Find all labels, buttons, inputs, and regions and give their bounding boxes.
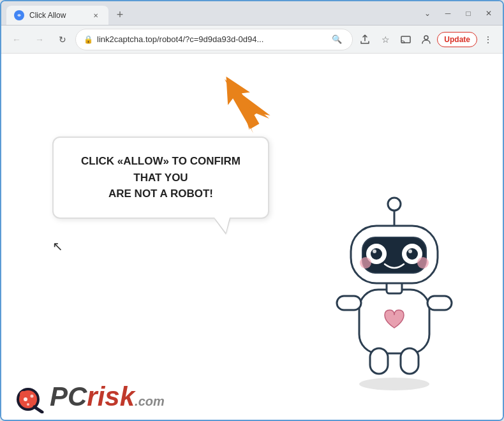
cast-icon[interactable]	[396, 30, 415, 49]
lock-icon: 🔒	[84, 35, 93, 44]
svg-point-21	[406, 248, 418, 260]
orange-arrow	[212, 70, 269, 136]
tab-area: Click Allow ✕ +	[6, 1, 413, 25]
svg-rect-9	[337, 296, 361, 310]
speech-bubble: CLICK «ALLOW» TO CONFIRM THAT YOU ARE NO…	[52, 137, 269, 219]
url-text: link2captcha.top/robot4/?c=9d9da93d-0d94…	[97, 34, 325, 44]
svg-point-32	[27, 403, 29, 406]
svg-point-31	[31, 395, 34, 398]
update-button[interactable]: Update	[437, 32, 477, 47]
svg-point-23	[408, 249, 412, 253]
svg-rect-12	[401, 348, 419, 374]
svg-point-28	[20, 391, 26, 397]
svg-marker-6	[215, 70, 266, 133]
minimize-button[interactable]: ─	[439, 4, 457, 22]
chevron-down-icon[interactable]: ⌄	[419, 4, 436, 22]
svg-point-7	[359, 378, 429, 390]
restore-button[interactable]: □	[459, 4, 477, 22]
profile-icon[interactable]	[417, 30, 436, 49]
pcrisk-logo-icon	[14, 380, 47, 413]
svg-point-30	[24, 397, 27, 401]
bubble-line1: CLICK «ALLOW» TO CONFIRM THAT YOU	[81, 155, 241, 184]
pcrisk-logo: PCrisk.com	[14, 380, 165, 413]
page-content: CLICK «ALLOW» TO CONFIRM THAT YOU ARE NO…	[1, 54, 503, 420]
robot-illustration	[324, 188, 464, 394]
address-bar[interactable]: 🔒 link2captcha.top/robot4/?c=9d9da93d-0d…	[75, 29, 353, 50]
svg-rect-11	[370, 348, 388, 374]
pc-text: PCrisk.com	[50, 381, 165, 411]
window-controls: ⌄ ─ □ ✕	[419, 4, 498, 22]
tab-favicon	[14, 10, 24, 20]
svg-point-25	[417, 257, 429, 269]
svg-point-2	[424, 36, 428, 40]
svg-point-16	[388, 198, 401, 211]
back-button[interactable]: ←	[6, 29, 27, 50]
new-tab-button[interactable]: +	[111, 6, 129, 24]
active-tab[interactable]: Click Allow ✕	[6, 6, 108, 25]
close-button[interactable]: ✕	[480, 4, 498, 22]
tab-title: Click Allow	[29, 11, 85, 20]
toolbar: ← → ↻ 🔒 link2captcha.top/robot4/?c=9d9da…	[1, 26, 503, 54]
svg-line-29	[34, 407, 42, 412]
svg-point-24	[360, 257, 371, 269]
refresh-button[interactable]: ↻	[52, 29, 73, 50]
pcrisk-text: PCrisk.com	[50, 381, 165, 412]
more-menu-icon[interactable]: ⋮	[478, 30, 498, 49]
browser-window: Click Allow ✕ + ⌄ ─ □ ✕ ← → ↻ 🔒 link2cap…	[0, 0, 504, 421]
tab-close-button[interactable]: ✕	[91, 10, 101, 20]
svg-rect-1	[401, 36, 410, 43]
search-icon[interactable]: 🔍	[329, 32, 345, 47]
forward-button[interactable]: →	[29, 29, 50, 50]
bubble-line2: ARE NOT A ROBOT!	[108, 188, 213, 200]
svg-point-22	[373, 249, 376, 253]
svg-point-20	[371, 248, 382, 260]
bookmark-icon[interactable]: ☆	[376, 30, 395, 49]
share-icon[interactable]	[355, 30, 374, 49]
toolbar-right: ☆ Update ⋮	[355, 30, 498, 49]
cursor-icon: ↖	[52, 239, 63, 254]
bubble-text: CLICK «ALLOW» TO CONFIRM THAT YOU ARE NO…	[71, 153, 250, 202]
svg-rect-10	[427, 296, 452, 310]
title-bar: Click Allow ✕ + ⌄ ─ □ ✕	[1, 1, 503, 26]
